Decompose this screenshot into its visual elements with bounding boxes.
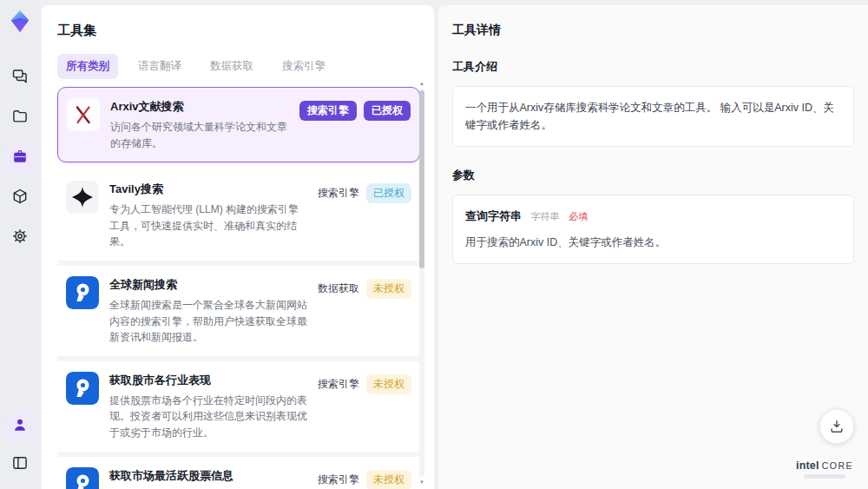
category-tabs: 所有类别语言翻译数据获取搜索引擎: [57, 54, 418, 79]
chat-icon: [11, 68, 29, 89]
tool-name: Tavily搜索: [109, 182, 307, 197]
tool-name: 获取股市各行业表现: [109, 373, 307, 388]
tavily-icon: [66, 181, 99, 214]
detail-title: 工具详情: [452, 23, 854, 38]
blueq-icon: [66, 372, 99, 405]
user-icon: [11, 416, 29, 437]
intel-brand-text: intel: [796, 459, 819, 472]
param-box: 查询字符串 字符串 必填 用于搜索的Arxiv ID、关键字或作者姓名。: [452, 195, 854, 264]
tool-list-item[interactable]: 获取股市各行业表现 提供股票市场各个行业在特定时间段内的表现。投资者可以利用这些…: [57, 361, 420, 457]
sidebar-item-gear[interactable]: [6, 224, 34, 252]
tool-list-item[interactable]: 全球新闻搜索 全球新闻搜索是一个聚合全球各大新闻网站内容的搜索引擎，帮助用户快速…: [57, 266, 420, 361]
params-heading: 参数: [452, 168, 854, 183]
sidebar-item-cube[interactable]: [6, 184, 34, 212]
tool-category-tag: 数据获取: [318, 279, 359, 299]
tool-auth-badge: 已授权: [366, 183, 411, 203]
param-description: 用于搜索的Arxiv ID、关键字或作者姓名。: [465, 234, 841, 251]
gear-icon: [11, 228, 29, 248]
rail-bottom: [6, 413, 34, 479]
intro-text: 一个用于从Arxiv存储库搜索科学论文和文章的工具。 输入可以是Arxiv ID…: [465, 102, 834, 131]
tool-list: Arxiv文献搜索 访问各个研究领域大量科学论文和文章的存储库。 搜索引擎 已授…: [57, 87, 420, 489]
sidebar-item-folder[interactable]: [6, 104, 34, 132]
intel-core-logo: intelCORE: [790, 459, 859, 479]
left-rail: [0, 0, 40, 489]
blueq-icon: [66, 276, 99, 309]
sidebar-item-briefcase[interactable]: [6, 144, 34, 172]
sidebar-item-chat[interactable]: [6, 64, 34, 92]
param-type: 字符串: [530, 211, 559, 221]
tab-0[interactable]: 所有类别: [57, 54, 118, 79]
tool-auth-badge: 已授权: [364, 101, 411, 121]
tool-name: Arxiv文献搜索: [110, 99, 289, 115]
tab-3[interactable]: 搜索引擎: [273, 54, 334, 79]
briefcase-icon: [11, 148, 29, 169]
intro-box: 一个用于从Arxiv存储库搜索科学论文和文章的工具。 输入可以是Arxiv ID…: [452, 86, 854, 147]
tool-list-panel: 工具集 所有类别语言翻译数据获取搜索引擎 Arxiv文献搜索 访问各个研究领域大…: [42, 5, 434, 489]
tool-auth-badge: 未授权: [366, 279, 411, 299]
tab-2[interactable]: 数据获取: [201, 54, 262, 79]
folder-icon: [11, 108, 29, 129]
app-logo-icon[interactable]: [7, 9, 33, 35]
arxiv-icon: [67, 98, 100, 131]
cube-icon: [11, 188, 29, 208]
tool-description: 访问各个研究领域大量科学论文和文章的存储库。: [110, 119, 289, 151]
tool-category-tag: 搜索引擎: [318, 183, 359, 203]
tool-description: 提供股票市场各个行业在特定时间段内的表现。投资者可以利用这些信息来识别表现优于或…: [109, 393, 307, 441]
tool-auth-badge: 未授权: [366, 470, 411, 489]
intel-sub-badge: [804, 474, 845, 479]
scroll-down-icon[interactable]: ▼: [418, 479, 425, 486]
page-title: 工具集: [42, 5, 434, 39]
tool-name: 获取市场最活跃股票信息: [109, 468, 307, 484]
sidebar-item-user[interactable]: [6, 413, 34, 440]
core-brand-text: CORE: [822, 460, 853, 471]
intro-heading: 工具介绍: [452, 59, 854, 75]
scrollbar-thumb[interactable]: [419, 90, 424, 268]
tool-list-item[interactable]: 获取市场最活跃股票信息 提供当天交易量最高的股票列表，投资者可以利用这些信息来识…: [57, 457, 420, 489]
param-required-badge: 必填: [569, 211, 588, 221]
list-scrollbar[interactable]: ▲ ▼: [418, 80, 425, 486]
tool-description: 全球新闻搜索是一个聚合全球各大新闻网站内容的搜索引擎，帮助用户快速获取全球最新资…: [109, 297, 307, 346]
tool-detail-panel: 工具详情 工具介绍 一个用于从Arxiv存储库搜索科学论文和文章的工具。 输入可…: [438, 5, 868, 489]
tool-list-item[interactable]: Tavily搜索 专为人工智能代理 (LLM) 构建的搜索引擎工具，可快速提供实…: [57, 170, 420, 266]
scroll-up-icon[interactable]: ▲: [418, 80, 425, 87]
tool-category-tag: 搜索引擎: [299, 101, 357, 121]
sidebar-item-panel[interactable]: [6, 451, 34, 479]
tool-list-item[interactable]: Arxiv文献搜索 访问各个研究领域大量科学论文和文章的存储库。 搜索引擎 已授…: [57, 87, 420, 162]
download-button[interactable]: [819, 409, 854, 444]
tool-category-tag: 搜索引擎: [318, 374, 359, 394]
panel-icon: [11, 454, 29, 475]
tool-description: 专为人工智能代理 (LLM) 构建的搜索引擎工具，可快速提供实时、准确和真实的结…: [109, 202, 307, 250]
tool-name: 全球新闻搜索: [109, 277, 307, 293]
download-icon: [828, 418, 845, 435]
tool-auth-badge: 未授权: [366, 374, 411, 394]
rail-nav: [6, 64, 34, 252]
blueq-icon: [66, 467, 99, 489]
tool-category-tag: 搜索引擎: [318, 470, 359, 489]
param-name: 查询字符串: [465, 209, 522, 222]
tab-1[interactable]: 语言翻译: [129, 54, 190, 79]
